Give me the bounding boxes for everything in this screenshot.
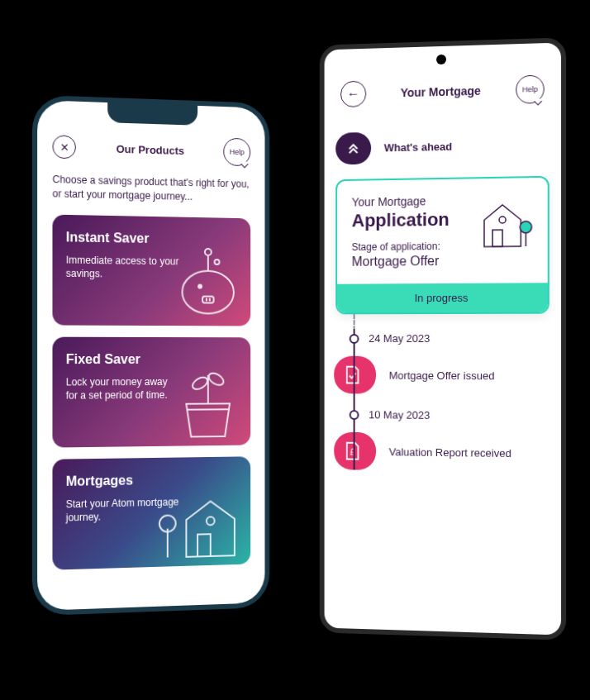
house-icon: [476, 196, 535, 255]
whats-ahead-label: What's ahead: [384, 140, 452, 155]
timeline-event-text: Mortgage Offer issued: [389, 369, 495, 381]
timeline: 24 May 2023 Mortgage Offer issued: [325, 329, 561, 473]
product-card-fixed-saver[interactable]: Fixed Saver Lock your money away for a s…: [52, 336, 250, 447]
product-desc: Lock your money away for a set period of…: [66, 374, 182, 402]
card-status: In progress: [337, 283, 548, 312]
svg-point-12: [207, 517, 215, 525]
page-title: Your Mortgage: [401, 84, 481, 100]
timeline-date: 24 May 2023: [354, 332, 561, 345]
svg-point-0: [183, 270, 234, 313]
svg-point-1: [198, 284, 202, 288]
phone-device-mortgage: ← Your Mortgage Help What's ahead Your M…: [320, 37, 566, 640]
phone-device-products: ✕ Our Products Help Choose a savings pro…: [32, 95, 269, 617]
timeline-event[interactable]: Mortgage Offer issued: [334, 356, 561, 395]
svg-point-5: [205, 249, 212, 255]
svg-point-10: [207, 370, 226, 387]
svg-point-16: [499, 217, 506, 223]
product-card-mortgages[interactable]: Mortgages Start your Atom mortgage journ…: [52, 456, 250, 569]
close-icon: ✕: [59, 140, 69, 154]
whats-ahead-row[interactable]: What's ahead: [325, 128, 561, 165]
timeline-line: [354, 329, 355, 469]
application-card[interactable]: Your Mortgage Application Stage of appli…: [335, 176, 550, 315]
svg-point-18: [520, 221, 531, 233]
timeline-dot-icon: [350, 410, 359, 420]
stage-value: Mortgage Offer: [352, 253, 533, 269]
page-title: Our Products: [117, 142, 184, 156]
back-button[interactable]: ←: [340, 81, 366, 108]
header: ← Your Mortgage Help: [325, 74, 561, 109]
svg-rect-15: [492, 230, 502, 246]
help-label: Help: [522, 85, 538, 94]
help-label: Help: [230, 148, 245, 156]
svg-rect-11: [197, 534, 211, 556]
timeline-dot-icon: [350, 334, 359, 344]
piggy-bank-icon: [172, 246, 245, 321]
arrow-left-icon: ←: [347, 87, 360, 102]
intro-text: Choose a savings product that's right fo…: [52, 173, 250, 205]
svg-rect-2: [202, 296, 214, 302]
product-title: Instant Saver: [66, 230, 238, 247]
timeline-event[interactable]: £ Valuation Report received: [334, 432, 561, 473]
plant-pot-icon: [172, 359, 245, 441]
product-desc: Immediate access to your savings.: [66, 253, 182, 282]
timeline-date: 10 May 2023: [354, 408, 561, 422]
svg-point-9: [191, 374, 210, 391]
close-button[interactable]: ✕: [52, 135, 75, 159]
timeline-event-text: Valuation Report received: [389, 445, 511, 460]
house-icon: [155, 486, 244, 562]
header: ✕ Our Products Help: [52, 132, 250, 166]
help-button[interactable]: Help: [516, 75, 544, 104]
phone-screen: ✕ Our Products Help Choose a savings pro…: [37, 100, 264, 611]
phone-notch: [107, 102, 197, 126]
svg-point-6: [215, 260, 220, 264]
timeline-date-text: 10 May 2023: [369, 408, 430, 421]
whats-ahead-pill: [335, 132, 371, 165]
timeline-date-text: 24 May 2023: [369, 332, 430, 345]
product-card-instant-saver[interactable]: Instant Saver Immediate access to your s…: [52, 214, 250, 326]
phone-screen: ← Your Mortgage Help What's ahead Your M…: [325, 43, 561, 636]
help-button[interactable]: Help: [223, 138, 250, 167]
chevron-up-double-icon: [347, 140, 360, 156]
